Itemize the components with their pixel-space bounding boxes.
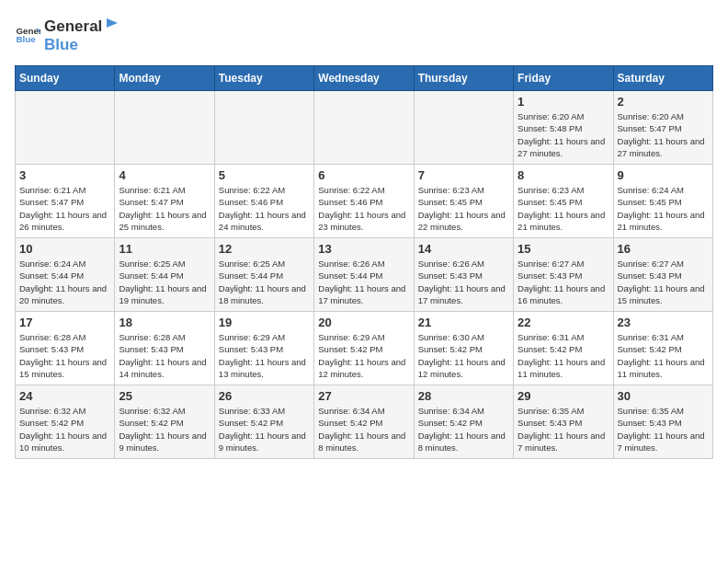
day-info: Sunrise: 6:24 AM Sunset: 5:44 PM Dayligh… bbox=[19, 258, 110, 306]
day-info: Sunrise: 6:23 AM Sunset: 5:45 PM Dayligh… bbox=[518, 184, 609, 233]
calendar-cell: 9Sunrise: 6:24 AM Sunset: 5:45 PM Daylig… bbox=[613, 165, 712, 238]
day-number: 13 bbox=[318, 242, 409, 256]
calendar-week-row: 3Sunrise: 6:21 AM Sunset: 5:47 PM Daylig… bbox=[16, 165, 713, 238]
day-number: 11 bbox=[119, 242, 210, 256]
calendar-cell: 23Sunrise: 6:31 AM Sunset: 5:42 PM Dayli… bbox=[613, 312, 712, 385]
day-number: 1 bbox=[518, 95, 609, 109]
calendar-cell: 11Sunrise: 6:25 AM Sunset: 5:44 PM Dayli… bbox=[115, 238, 214, 312]
day-info: Sunrise: 6:27 AM Sunset: 5:43 PM Dayligh… bbox=[618, 258, 709, 306]
calendar-cell bbox=[16, 91, 115, 165]
calendar-cell: 24Sunrise: 6:32 AM Sunset: 5:42 PM Dayli… bbox=[16, 385, 115, 459]
day-number: 15 bbox=[518, 242, 609, 256]
day-info: Sunrise: 6:30 AM Sunset: 5:42 PM Dayligh… bbox=[418, 331, 509, 380]
calendar-cell: 20Sunrise: 6:29 AM Sunset: 5:42 PM Dayli… bbox=[314, 312, 414, 385]
logo-triangle-icon bbox=[103, 15, 119, 31]
day-number: 26 bbox=[219, 389, 310, 403]
day-info: Sunrise: 6:21 AM Sunset: 5:47 PM Dayligh… bbox=[19, 184, 110, 233]
calendar-table: SundayMondayTuesdayWednesdayThursdayFrid… bbox=[15, 65, 713, 459]
day-number: 30 bbox=[618, 389, 709, 403]
day-number: 10 bbox=[19, 242, 110, 256]
day-number: 3 bbox=[19, 168, 110, 182]
day-number: 4 bbox=[119, 168, 210, 182]
weekday-header-friday: Friday bbox=[514, 66, 613, 91]
logo: General Blue General Blue bbox=[15, 15, 120, 54]
calendar-cell: 14Sunrise: 6:26 AM Sunset: 5:43 PM Dayli… bbox=[414, 238, 513, 312]
calendar-cell: 30Sunrise: 6:35 AM Sunset: 5:43 PM Dayli… bbox=[613, 385, 712, 459]
calendar-cell: 4Sunrise: 6:21 AM Sunset: 5:47 PM Daylig… bbox=[115, 165, 214, 238]
calendar-cell bbox=[115, 91, 214, 165]
calendar-cell: 16Sunrise: 6:27 AM Sunset: 5:43 PM Dayli… bbox=[613, 238, 712, 312]
day-info: Sunrise: 6:34 AM Sunset: 5:42 PM Dayligh… bbox=[318, 405, 409, 454]
day-info: Sunrise: 6:21 AM Sunset: 5:47 PM Dayligh… bbox=[119, 184, 210, 233]
day-info: Sunrise: 6:35 AM Sunset: 5:43 PM Dayligh… bbox=[518, 405, 609, 454]
day-number: 27 bbox=[318, 389, 409, 403]
day-number: 17 bbox=[19, 316, 110, 329]
calendar-cell: 5Sunrise: 6:22 AM Sunset: 5:46 PM Daylig… bbox=[214, 165, 313, 238]
weekday-header-thursday: Thursday bbox=[414, 66, 513, 91]
day-info: Sunrise: 6:32 AM Sunset: 5:42 PM Dayligh… bbox=[119, 405, 210, 454]
day-number: 22 bbox=[518, 316, 609, 329]
calendar-cell: 6Sunrise: 6:22 AM Sunset: 5:46 PM Daylig… bbox=[314, 165, 414, 238]
calendar-cell: 28Sunrise: 6:34 AM Sunset: 5:42 PM Dayli… bbox=[414, 385, 513, 459]
calendar-cell: 7Sunrise: 6:23 AM Sunset: 5:45 PM Daylig… bbox=[414, 165, 513, 238]
calendar-week-row: 24Sunrise: 6:32 AM Sunset: 5:42 PM Dayli… bbox=[16, 385, 713, 459]
day-info: Sunrise: 6:34 AM Sunset: 5:42 PM Dayligh… bbox=[418, 405, 509, 454]
logo-icon: General Blue bbox=[15, 22, 40, 48]
day-info: Sunrise: 6:24 AM Sunset: 5:45 PM Dayligh… bbox=[618, 184, 709, 233]
day-number: 5 bbox=[219, 168, 310, 182]
calendar-cell: 19Sunrise: 6:29 AM Sunset: 5:43 PM Dayli… bbox=[214, 312, 313, 385]
day-info: Sunrise: 6:31 AM Sunset: 5:42 PM Dayligh… bbox=[518, 331, 609, 380]
day-number: 24 bbox=[19, 389, 110, 403]
day-info: Sunrise: 6:20 AM Sunset: 5:47 PM Dayligh… bbox=[618, 110, 709, 159]
day-number: 20 bbox=[318, 316, 409, 329]
calendar-cell: 29Sunrise: 6:35 AM Sunset: 5:43 PM Dayli… bbox=[514, 385, 613, 459]
day-info: Sunrise: 6:31 AM Sunset: 5:42 PM Dayligh… bbox=[618, 331, 709, 380]
logo-blue-text: Blue bbox=[44, 36, 78, 53]
weekday-header-wednesday: Wednesday bbox=[314, 66, 414, 91]
calendar-cell: 25Sunrise: 6:32 AM Sunset: 5:42 PM Dayli… bbox=[115, 385, 214, 459]
weekday-header-tuesday: Tuesday bbox=[214, 66, 313, 91]
day-info: Sunrise: 6:20 AM Sunset: 5:48 PM Dayligh… bbox=[518, 110, 609, 159]
calendar-cell: 13Sunrise: 6:26 AM Sunset: 5:44 PM Dayli… bbox=[314, 238, 414, 312]
day-number: 21 bbox=[418, 316, 509, 329]
calendar-cell: 17Sunrise: 6:28 AM Sunset: 5:43 PM Dayli… bbox=[16, 312, 115, 385]
day-info: Sunrise: 6:26 AM Sunset: 5:43 PM Dayligh… bbox=[418, 258, 509, 306]
day-number: 7 bbox=[418, 168, 509, 182]
day-info: Sunrise: 6:25 AM Sunset: 5:44 PM Dayligh… bbox=[219, 258, 310, 306]
day-info: Sunrise: 6:27 AM Sunset: 5:43 PM Dayligh… bbox=[518, 258, 609, 306]
calendar-cell: 3Sunrise: 6:21 AM Sunset: 5:47 PM Daylig… bbox=[16, 165, 115, 238]
calendar-cell bbox=[314, 91, 414, 165]
day-number: 6 bbox=[318, 168, 409, 182]
day-number: 12 bbox=[219, 242, 310, 256]
day-info: Sunrise: 6:29 AM Sunset: 5:43 PM Dayligh… bbox=[219, 331, 310, 380]
day-number: 2 bbox=[618, 95, 709, 109]
weekday-header-saturday: Saturday bbox=[613, 66, 712, 91]
day-info: Sunrise: 6:28 AM Sunset: 5:43 PM Dayligh… bbox=[19, 331, 110, 380]
day-info: Sunrise: 6:29 AM Sunset: 5:42 PM Dayligh… bbox=[318, 331, 409, 380]
weekday-header-sunday: Sunday bbox=[16, 66, 115, 91]
day-number: 28 bbox=[418, 389, 509, 403]
day-info: Sunrise: 6:32 AM Sunset: 5:42 PM Dayligh… bbox=[19, 405, 110, 454]
calendar-cell bbox=[414, 91, 513, 165]
calendar-cell: 18Sunrise: 6:28 AM Sunset: 5:43 PM Dayli… bbox=[115, 312, 214, 385]
weekday-header-monday: Monday bbox=[115, 66, 214, 91]
day-info: Sunrise: 6:22 AM Sunset: 5:46 PM Dayligh… bbox=[219, 184, 310, 233]
page-header: General Blue General Blue bbox=[15, 15, 713, 54]
calendar-cell: 15Sunrise: 6:27 AM Sunset: 5:43 PM Dayli… bbox=[514, 238, 613, 312]
calendar-cell bbox=[214, 91, 313, 165]
day-info: Sunrise: 6:35 AM Sunset: 5:43 PM Dayligh… bbox=[618, 405, 709, 454]
calendar-cell: 27Sunrise: 6:34 AM Sunset: 5:42 PM Dayli… bbox=[314, 385, 414, 459]
day-info: Sunrise: 6:33 AM Sunset: 5:42 PM Dayligh… bbox=[219, 405, 310, 454]
day-number: 16 bbox=[618, 242, 709, 256]
day-number: 8 bbox=[518, 168, 609, 182]
calendar-week-row: 17Sunrise: 6:28 AM Sunset: 5:43 PM Dayli… bbox=[16, 312, 713, 385]
day-number: 9 bbox=[618, 168, 709, 182]
day-info: Sunrise: 6:23 AM Sunset: 5:45 PM Dayligh… bbox=[418, 184, 509, 233]
logo-general-text: General bbox=[44, 17, 102, 36]
day-number: 19 bbox=[219, 316, 310, 329]
day-number: 18 bbox=[119, 316, 210, 329]
calendar-cell: 22Sunrise: 6:31 AM Sunset: 5:42 PM Dayli… bbox=[514, 312, 613, 385]
calendar-week-row: 10Sunrise: 6:24 AM Sunset: 5:44 PM Dayli… bbox=[16, 238, 713, 312]
svg-marker-3 bbox=[107, 18, 118, 28]
calendar-cell: 12Sunrise: 6:25 AM Sunset: 5:44 PM Dayli… bbox=[214, 238, 313, 312]
